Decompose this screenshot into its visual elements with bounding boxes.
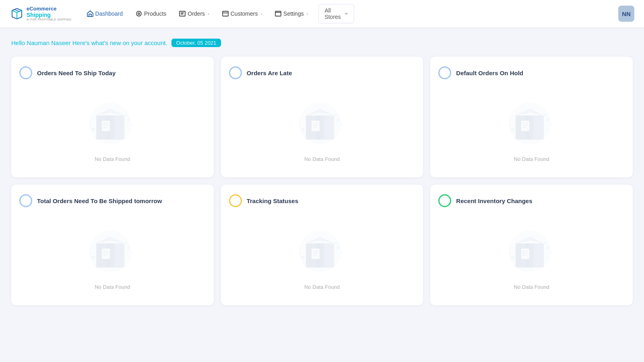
nav-customers[interactable]: Customers ›: [217, 8, 268, 19]
nav-orders[interactable]: Orders ›: [173, 8, 215, 19]
all-stores-selector[interactable]: All Stores: [318, 4, 354, 23]
card-title-total-orders-tomorrow: Total Orders Need To Be Shipped tomorrow: [37, 197, 162, 204]
svg-text:✦: ✦: [334, 113, 337, 117]
svg-text:✦: ✦: [336, 120, 339, 123]
empty-illustration-orders-late: ✦ ✦: [294, 93, 350, 150]
svg-point-42: [511, 128, 514, 131]
svg-point-62: [95, 265, 96, 266]
nav-settings[interactable]: Settings ›: [269, 8, 314, 19]
card-orders-late: Orders Are Late: [221, 57, 423, 177]
nav-dashboard[interactable]: Dashboard: [81, 8, 129, 19]
card-recent-inventory: Recent Inventory Changes: [430, 185, 633, 305]
svg-point-94: [514, 265, 516, 266]
all-stores-label: All Stores: [324, 7, 342, 20]
svg-point-78: [304, 265, 306, 266]
card-title-default-orders-hold: Default Orders On Hold: [456, 70, 523, 76]
logo-text: eCommerce Shipping AI FOR PROFITABLE SHI…: [27, 6, 72, 21]
no-data-label-recent-inventory: No Data Found: [514, 284, 549, 290]
box-illustration: ✦ ✦: [84, 221, 140, 278]
svg-point-58: [91, 256, 95, 259]
box-illustration: ✦ ✦: [504, 93, 560, 150]
svg-point-43: [508, 124, 510, 126]
navbar: eCommerce Shipping AI FOR PROFITABLE SHI…: [0, 0, 644, 27]
box-illustration: ✦ ✦: [294, 93, 350, 150]
greeting-text: Hello Nauman Naseer Here's what's new on…: [11, 39, 167, 46]
orders-icon: [179, 10, 186, 17]
date-badge: October, 05 2021: [171, 39, 221, 47]
no-data-label-tracking-statuses: No Data Found: [304, 284, 340, 290]
svg-point-30: [304, 137, 306, 138]
card-indicator-orders-ship-today: [19, 66, 32, 79]
svg-point-13: [131, 124, 132, 125]
card-header-recent-inventory: Recent Inventory Changes: [438, 194, 625, 207]
svg-text:✦: ✦: [334, 241, 337, 245]
svg-rect-49: [521, 121, 529, 131]
logo-icon: [10, 6, 24, 21]
svg-point-46: [514, 137, 516, 138]
card-header-orders-late: Orders Are Late: [229, 66, 415, 79]
svg-point-27: [299, 124, 301, 126]
svg-rect-3: [223, 11, 228, 16]
card-body-tracking-statuses: ✦ ✦ No Data Found: [229, 210, 415, 297]
empty-illustration-orders-ship-today: ✦ ✦: [84, 93, 140, 150]
svg-text:✦: ✦: [546, 120, 549, 123]
logo[interactable]: eCommerce Shipping AI FOR PROFITABLE SHI…: [10, 6, 72, 21]
home-icon: [87, 10, 93, 17]
card-header-tracking-statuses: Tracking Statuses: [229, 194, 415, 207]
products-label: Products: [144, 10, 166, 17]
svg-rect-81: [312, 249, 320, 259]
box-illustration: ✦ ✦: [504, 221, 560, 278]
svg-text:✦: ✦: [124, 241, 128, 245]
svg-text:✦: ✦: [544, 241, 547, 245]
logo-tagline: AI FOR PROFITABLE SHIPPING: [27, 18, 72, 21]
card-indicator-orders-late: [229, 66, 242, 79]
card-title-orders-ship-today: Orders Need To Ship Today: [37, 70, 116, 76]
svg-text:✦: ✦: [546, 248, 549, 251]
card-body-total-orders-tomorrow: ✦ ✦ No Data Found: [19, 210, 206, 297]
stores-dropdown-icon: [345, 11, 348, 16]
no-data-label-total-orders-tomorrow: No Data Found: [95, 284, 130, 290]
svg-point-14: [95, 137, 96, 138]
svg-point-10: [91, 128, 95, 131]
card-indicator-recent-inventory: [438, 194, 451, 207]
svg-text:✦: ✦: [336, 248, 339, 251]
user-avatar[interactable]: NN: [618, 6, 634, 22]
svg-rect-33: [312, 121, 320, 131]
greeting-bar: Hello Nauman Naseer Here's what's new on…: [11, 39, 633, 47]
svg-point-75: [299, 252, 301, 254]
settings-chevron: ›: [307, 11, 308, 16]
svg-rect-4: [275, 11, 281, 16]
svg-rect-65: [102, 249, 110, 259]
box-illustration: ✦ ✦: [294, 221, 350, 278]
card-title-orders-late: Orders Are Late: [247, 70, 292, 76]
card-body-orders-late: ✦ ✦ No Data Found: [229, 82, 415, 169]
main-content: Hello Nauman Naseer Here's what's new on…: [0, 27, 644, 317]
svg-point-11: [89, 124, 91, 126]
logo-shipping: Shipping: [27, 12, 72, 18]
nav-links: Dashboard Products Orders › Cust: [81, 4, 354, 23]
svg-point-61: [131, 252, 132, 253]
card-header-orders-ship-today: Orders Need To Ship Today: [19, 66, 206, 79]
svg-point-59: [89, 252, 91, 254]
svg-point-77: [341, 252, 342, 253]
svg-point-0: [136, 11, 141, 16]
svg-point-45: [550, 124, 552, 125]
card-default-orders-hold: Default Orders On Hold: [430, 57, 633, 177]
customers-icon: [222, 10, 229, 17]
orders-chevron: ›: [208, 11, 209, 16]
customers-chevron: ›: [260, 11, 262, 16]
nav-products[interactable]: Products: [130, 8, 172, 19]
empty-illustration-tracking-statuses: ✦ ✦: [294, 221, 350, 278]
settings-icon: [275, 10, 281, 17]
svg-point-91: [508, 252, 510, 254]
card-orders-ship-today: Orders Need To Ship Today: [11, 57, 214, 177]
empty-illustration-recent-inventory: ✦ ✦: [504, 221, 560, 278]
card-tracking-statuses: Tracking Statuses: [221, 185, 423, 305]
empty-illustration-total-orders-tomorrow: ✦ ✦: [84, 221, 140, 278]
no-data-label-orders-late: No Data Found: [304, 156, 340, 162]
svg-text:✦: ✦: [127, 120, 129, 123]
svg-point-29: [341, 124, 342, 125]
box-illustration: ✦ ✦: [84, 93, 140, 150]
empty-illustration-default-orders-hold: ✦ ✦: [504, 93, 560, 150]
card-header-total-orders-tomorrow: Total Orders Need To Be Shipped tomorrow: [19, 194, 206, 207]
